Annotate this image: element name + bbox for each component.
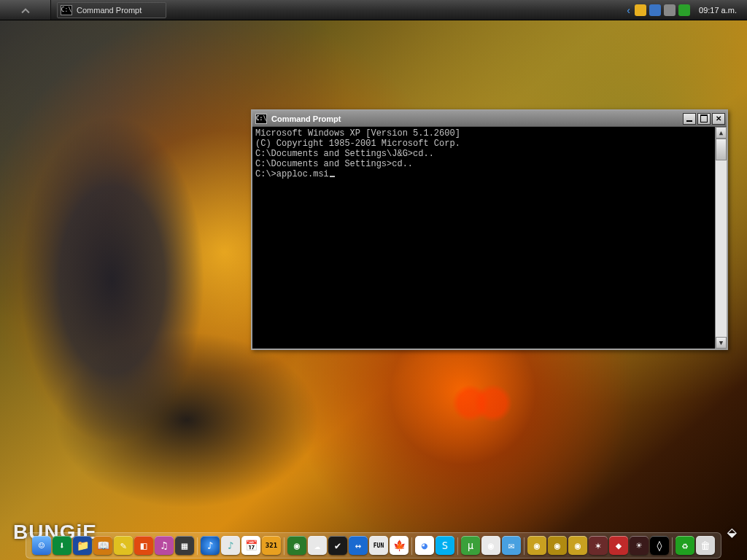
coin1-icon: ◉ xyxy=(534,540,540,551)
dock-item-books[interactable]: 📖 xyxy=(93,536,112,555)
dock-item-canada[interactable]: 🍁 xyxy=(390,536,409,555)
utorrent-icon: µ xyxy=(468,540,473,551)
dock-separator xyxy=(524,537,525,555)
dock-separator xyxy=(457,537,458,555)
dock-item-grid[interactable]: ▦ xyxy=(175,536,194,555)
browser-icon: ◉ xyxy=(294,540,300,551)
dock-item-fun[interactable]: FUN xyxy=(369,536,388,555)
files-icon: 📁 xyxy=(77,540,89,551)
trash-icon: 🗑 xyxy=(700,540,711,551)
maximize-button[interactable] xyxy=(697,113,711,125)
books-icon: 📖 xyxy=(97,540,109,551)
coin3-icon: ◉ xyxy=(575,540,581,551)
app5-icon: ◊ xyxy=(657,540,662,551)
scroll-down-button[interactable]: ▼ xyxy=(716,337,727,349)
system-tray: ‹ 09:17 a.m. xyxy=(621,4,747,16)
dock-item-music[interactable]: ♫ xyxy=(155,536,174,555)
scroll-up-button[interactable]: ▲ xyxy=(716,127,727,139)
minimize-button[interactable] xyxy=(683,113,696,125)
dock-item-check[interactable]: ✔ xyxy=(328,536,347,555)
dock-item-mpc[interactable]: 321 xyxy=(262,536,281,555)
dock-item-teamviewer[interactable]: ↔ xyxy=(349,536,368,555)
app4-icon: ☀ xyxy=(636,540,642,551)
recycle-icon: ♻ xyxy=(682,540,688,551)
terminal-output[interactable]: Microsoft Windows XP [Version 5.1.2600](… xyxy=(252,127,715,349)
calendar-icon: 📅 xyxy=(245,540,258,551)
teamviewer-icon: ↔ xyxy=(355,540,361,551)
window-title: Command Prompt xyxy=(271,114,683,123)
disc-icon: ◉ xyxy=(488,540,494,551)
skype-icon: S xyxy=(442,540,448,551)
chevron-up-icon xyxy=(20,5,31,15)
dock-separator xyxy=(411,537,412,555)
scroll-thumb[interactable] xyxy=(716,139,727,160)
note-icon: ♪ xyxy=(228,540,233,551)
taskbar: C:\ Command Prompt ‹ 09:17 a.m. xyxy=(0,0,747,20)
cursor xyxy=(330,176,335,177)
close-button[interactable] xyxy=(712,113,725,125)
network-icon[interactable] xyxy=(678,4,690,16)
taskbar-item-command-prompt[interactable]: C:\ Command Prompt xyxy=(57,2,166,18)
dock-item-files[interactable]: 📁 xyxy=(73,536,92,555)
cmd-icon: C:\ xyxy=(255,114,267,124)
dock-item-recycle[interactable]: ♻ xyxy=(676,536,694,555)
dock-item-app1[interactable]: ◧ xyxy=(134,536,153,555)
dock-separator xyxy=(284,537,285,555)
dock-item-disc[interactable]: ◉ xyxy=(481,536,500,555)
cmd-icon: C:\ xyxy=(61,5,72,15)
dock-item-cloud[interactable]: ☁ xyxy=(308,536,327,555)
tray-expand-icon[interactable]: ‹ xyxy=(627,4,630,16)
dock-separator xyxy=(672,537,673,555)
itunes-icon: ♪ xyxy=(207,540,213,551)
dock-item-coin2[interactable]: ◉ xyxy=(548,536,567,555)
dock-item-mail[interactable]: ✉ xyxy=(502,536,521,555)
fun-icon: FUN xyxy=(374,542,384,549)
dock-item-app4[interactable]: ☀ xyxy=(630,536,649,555)
dock: ☺⬇📁📖✎◧♫▦♪♪📅321◉☁✔↔FUN🍁◕Sµ◉✉◉◉◉✶◆☀◊♻🗑 xyxy=(26,532,721,559)
devices-icon[interactable] xyxy=(649,4,661,16)
dock-separator xyxy=(197,537,198,555)
dock-item-chrome[interactable]: ◕ xyxy=(415,536,434,555)
downloads-icon: ⬇ xyxy=(59,540,65,551)
dock-item-notes[interactable]: ✎ xyxy=(114,536,133,555)
app1-icon: ◧ xyxy=(141,540,147,551)
start-button[interactable] xyxy=(0,0,51,20)
finder-icon: ☺ xyxy=(39,540,44,551)
dock-item-note[interactable]: ♪ xyxy=(221,536,240,555)
clock[interactable]: 09:17 a.m. xyxy=(699,6,741,15)
app3-icon: ◆ xyxy=(616,540,622,551)
command-prompt-window: C:\ Command Prompt Microsoft Windows XP … xyxy=(251,109,728,350)
chrome-icon: ◕ xyxy=(422,540,427,551)
titlebar[interactable]: C:\ Command Prompt xyxy=(252,111,727,127)
coin2-icon: ◉ xyxy=(554,540,560,551)
canada-icon: 🍁 xyxy=(393,540,406,551)
music-icon: ♫ xyxy=(161,540,167,551)
dock-item-trash[interactable]: 🗑 xyxy=(696,536,715,555)
dock-item-coin1[interactable]: ◉ xyxy=(527,536,546,555)
dock-item-utorrent[interactable]: µ xyxy=(461,536,480,555)
mail-icon: ✉ xyxy=(508,540,514,551)
dock-item-browser[interactable]: ◉ xyxy=(287,536,306,555)
notes-icon: ✎ xyxy=(120,540,126,551)
grid-icon: ▦ xyxy=(182,540,187,551)
dock-item-coin3[interactable]: ◉ xyxy=(568,536,587,555)
volume-icon[interactable] xyxy=(664,4,676,16)
tricorn-icon: ⬙ xyxy=(727,523,737,541)
scroll-track[interactable] xyxy=(716,139,727,337)
app2-icon: ✶ xyxy=(595,540,601,551)
check-icon: ✔ xyxy=(335,540,341,551)
dock-item-finder[interactable]: ☺ xyxy=(32,536,51,555)
cloud-icon: ☁ xyxy=(314,540,320,551)
dock-item-skype[interactable]: S xyxy=(436,536,454,555)
mpc-icon: 321 xyxy=(266,542,277,549)
dock-item-app2[interactable]: ✶ xyxy=(589,536,608,555)
world-icon[interactable] xyxy=(635,4,646,16)
scrollbar[interactable]: ▲ ▼ xyxy=(715,127,727,349)
dock-item-itunes[interactable]: ♪ xyxy=(201,536,220,555)
dock-item-calendar[interactable]: 📅 xyxy=(241,536,260,555)
dock-item-downloads[interactable]: ⬇ xyxy=(53,536,71,555)
dock-item-app5[interactable]: ◊ xyxy=(650,536,669,555)
taskbar-item-label: Command Prompt xyxy=(77,6,142,15)
dock-item-app3[interactable]: ◆ xyxy=(609,536,628,555)
